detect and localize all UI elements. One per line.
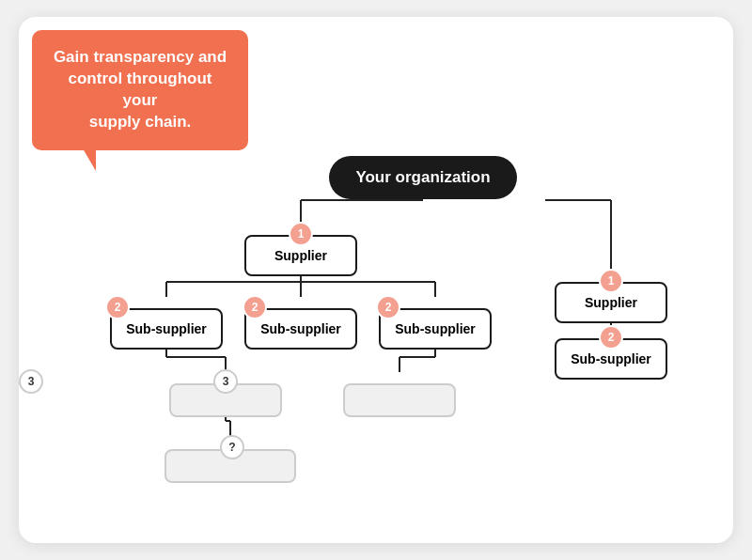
subsupplier1-badge: 2 [105, 295, 130, 319]
tooltip-box: Gain transparency and control throughout… [32, 30, 248, 150]
subsupplier3-badge: 2 [376, 295, 400, 319]
subsupplier4-badge: 2 [599, 325, 623, 350]
org-node: Your organization [329, 156, 517, 199]
supplier2-label: Supplier [585, 295, 637, 310]
tooltip-text: Gain transparency and control throughout… [53, 47, 227, 133]
tier3-1-badge: 3 [213, 369, 238, 394]
subsupplier2-label: Sub-supplier [260, 321, 341, 336]
org-label: Your organization [355, 168, 490, 187]
subsupplier3-label: Sub-supplier [395, 321, 476, 336]
question-badge: ? [220, 435, 244, 459]
supplier2-badge: 1 [599, 269, 623, 293]
tier3-2-badge: 3 [19, 369, 43, 394]
subsupplier4-label: Sub-supplier [571, 351, 651, 366]
supplier1-badge: 1 [289, 222, 313, 246]
main-card: Gain transparency and control throughout… [19, 17, 733, 543]
supplier1-label: Supplier [274, 248, 327, 263]
subsupplier1-label: Sub-supplier [126, 321, 207, 336]
tier3-2-node [343, 383, 456, 417]
subsupplier2-badge: 2 [243, 295, 267, 319]
